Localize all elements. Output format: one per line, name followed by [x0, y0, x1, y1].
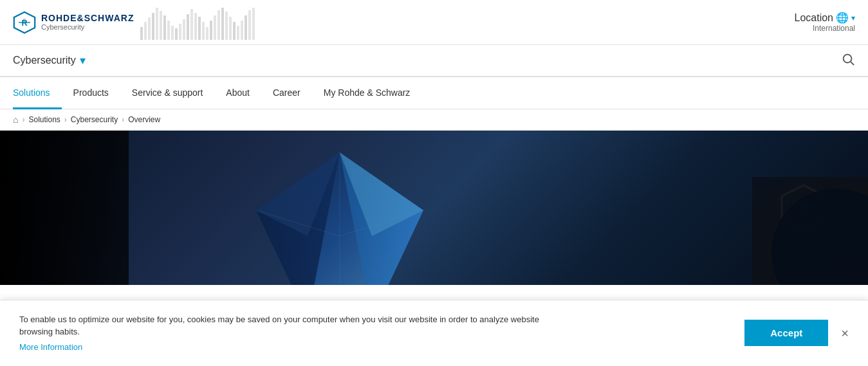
svg-point-4 — [844, 54, 852, 62]
nav-item-products[interactable]: Products — [62, 77, 120, 109]
nav-bar: SolutionsProductsService & supportAboutC… — [0, 77, 868, 109]
hero-left-shadow — [0, 131, 129, 285]
breadcrumb-sep-3: › — [122, 115, 124, 124]
breadcrumb-cybersecurity[interactable]: Cybersecurity — [71, 115, 118, 124]
cybersecurity-label: Cybersecurity — [13, 55, 76, 66]
globe-icon: 🌐 — [836, 12, 849, 24]
breadcrumb: ⌂ › Solutions › Cybersecurity › Overview — [0, 109, 868, 131]
location-selector[interactable]: Location 🌐 ▾ International — [795, 12, 856, 33]
search-button[interactable] — [841, 52, 855, 69]
brand-sub: Cybersecurity — [41, 24, 134, 31]
breadcrumb-overview: Overview — [128, 115, 160, 124]
brand-name: ROHDE&SCHWARZ — [41, 14, 134, 23]
header: R S ROHDE&SCHWARZ Cybersecurity Location… — [0, 0, 868, 45]
breadcrumb-sep-1: › — [22, 115, 24, 124]
location-caret-icon: ▾ — [851, 14, 855, 23]
location-label: Location — [795, 12, 834, 24]
svg-text:S: S — [23, 18, 26, 23]
hero-diamond-graphic — [243, 146, 436, 285]
sub-header: Cybersecurity ▾ — [0, 45, 868, 77]
header-left: R S ROHDE&SCHWARZ Cybersecurity — [13, 5, 255, 40]
nav-item-career[interactable]: Career — [261, 77, 312, 109]
svg-point-18 — [771, 188, 868, 285]
breadcrumb-solutions[interactable]: Solutions — [28, 115, 60, 124]
nav-item-about[interactable]: About — [214, 77, 261, 109]
nav-item-solutions[interactable]: Solutions — [13, 77, 62, 109]
cybersecurity-dropdown[interactable]: Cybersecurity ▾ — [13, 53, 86, 68]
logo-area[interactable]: R S ROHDE&SCHWARZ Cybersecurity — [13, 11, 134, 34]
location-region: International — [795, 24, 856, 33]
nav-item-my-rohde---schwarz[interactable]: My Rohde & Schwarz — [312, 77, 422, 109]
search-icon — [841, 52, 855, 66]
rohde-schwarz-logo-icon: R S — [13, 11, 36, 34]
breadcrumb-home-icon[interactable]: ⌂ — [13, 114, 18, 125]
header-decoration — [140, 5, 255, 40]
hero-sphere-shape — [739, 156, 868, 285]
hero-image: R S — [0, 131, 868, 285]
logo-text: ROHDE&SCHWARZ Cybersecurity — [41, 14, 134, 31]
svg-line-5 — [851, 62, 854, 65]
dropdown-caret-icon: ▾ — [80, 53, 86, 68]
nav-item-service---support[interactable]: Service & support — [120, 77, 215, 109]
breadcrumb-sep-2: › — [64, 115, 67, 124]
